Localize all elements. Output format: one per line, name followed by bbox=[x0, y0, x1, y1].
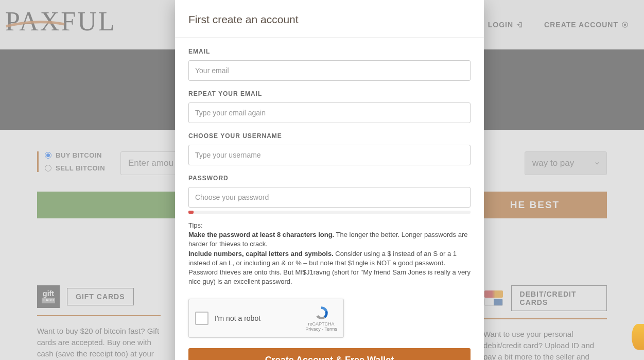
recaptcha-icon bbox=[313, 305, 329, 321]
recaptcha-label: I'm not a robot bbox=[215, 314, 305, 322]
password-label: PASSWORD bbox=[188, 175, 471, 182]
username-input[interactable] bbox=[188, 145, 471, 165]
tip2-strong: Include numbers, capital letters and sym… bbox=[188, 250, 334, 258]
password-input[interactable] bbox=[188, 187, 471, 208]
tip1-strong: Make the password at least 8 characters … bbox=[188, 231, 334, 238]
modal-body: EMAIL REPEAT YOUR EMAIL CHOOSE YOUR USER… bbox=[175, 38, 484, 360]
password-strength-meter bbox=[188, 211, 471, 214]
recaptcha-checkbox[interactable] bbox=[195, 312, 208, 325]
username-label: CHOOSE YOUR USERNAME bbox=[188, 132, 471, 140]
recaptcha-links[interactable]: Privacy - Terms bbox=[305, 327, 337, 332]
tips-intro: Tips: bbox=[188, 221, 203, 229]
email-input[interactable] bbox=[188, 60, 471, 81]
create-account-modal: First create an account EMAIL REPEAT YOU… bbox=[175, 0, 484, 360]
password-tips: Tips: Make the password at least 8 chara… bbox=[188, 221, 471, 286]
create-account-button[interactable]: Create Account & Free Wallet bbox=[188, 348, 471, 360]
recaptcha-brand: reCAPTCHA bbox=[308, 321, 335, 327]
recaptcha-badge: reCAPTCHA Privacy - Terms bbox=[305, 305, 337, 332]
repeat-email-label: REPEAT YOUR EMAIL bbox=[188, 90, 471, 97]
recaptcha-widget[interactable]: I'm not a robot reCAPTCHA Privacy - Term… bbox=[188, 299, 344, 338]
repeat-email-input[interactable] bbox=[188, 102, 471, 123]
email-label: EMAIL bbox=[188, 48, 471, 55]
modal-header: First create an account bbox=[175, 0, 484, 38]
modal-title: First create an account bbox=[188, 13, 471, 26]
chat-widget-icon[interactable] bbox=[632, 324, 644, 350]
